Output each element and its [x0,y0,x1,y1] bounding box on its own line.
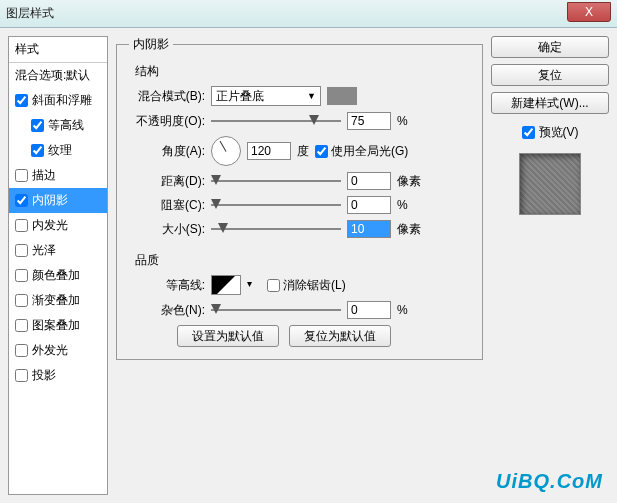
opacity-slider[interactable] [211,112,341,130]
preview-checkbox[interactable]: 预览(V) [491,124,609,141]
global-light-checkbox[interactable]: 使用全局光(G) [315,143,408,160]
style-item-label: 渐变叠加 [32,292,80,309]
inner-shadow-fieldset: 内阴影 结构 混合模式(B): 正片叠底 不透明度(O): % 角度(A): 度 [116,36,483,360]
global-light-input[interactable] [315,145,328,158]
opacity-input[interactable] [347,112,391,130]
titlebar: 图层样式 X [0,0,617,28]
opacity-row: 不透明度(O): % [129,112,470,130]
watermark: UiBQ.CoM [496,470,603,493]
angle-unit: 度 [297,143,309,160]
style-item-checkbox[interactable] [15,219,28,232]
window-title: 图层样式 [6,5,54,22]
panel-title: 内阴影 [129,36,173,53]
global-light-label: 使用全局光(G) [331,143,408,160]
style-item-label: 纹理 [48,142,72,159]
structure-title: 结构 [135,63,470,80]
angle-label: 角度(A): [129,143,205,160]
dialog-body: 样式 混合选项:默认 斜面和浮雕等高线纹理描边内阴影内发光光泽颜色叠加渐变叠加图… [0,28,617,503]
style-item-checkbox[interactable] [15,369,28,382]
style-item-checkbox[interactable] [15,244,28,257]
style-item-1[interactable]: 等高线 [9,113,107,138]
size-row: 大小(S): 像素 [129,220,470,238]
opacity-label: 不透明度(O): [129,113,205,130]
antialias-input[interactable] [267,279,280,292]
style-item-6[interactable]: 光泽 [9,238,107,263]
revert-default-button[interactable]: 复位为默认值 [289,325,391,347]
blend-mode-label: 混合模式(B): [129,88,205,105]
style-item-5[interactable]: 内发光 [9,213,107,238]
style-item-checkbox[interactable] [31,144,44,157]
reset-button[interactable]: 复位 [491,64,609,86]
antialias-checkbox[interactable]: 消除锯齿(L) [267,277,346,294]
distance-unit: 像素 [397,173,427,190]
style-item-7[interactable]: 颜色叠加 [9,263,107,288]
style-item-label: 外发光 [32,342,68,359]
style-item-checkbox[interactable] [15,319,28,332]
style-item-checkbox[interactable] [15,169,28,182]
size-slider[interactable] [211,220,341,238]
style-item-label: 内阴影 [32,192,68,209]
style-item-0[interactable]: 斜面和浮雕 [9,88,107,113]
style-item-checkbox[interactable] [15,294,28,307]
preview-input[interactable] [522,126,535,139]
size-label: 大小(S): [129,221,205,238]
ok-button[interactable]: 确定 [491,36,609,58]
choke-unit: % [397,198,427,212]
style-item-9[interactable]: 图案叠加 [9,313,107,338]
style-list: 样式 混合选项:默认 斜面和浮雕等高线纹理描边内阴影内发光光泽颜色叠加渐变叠加图… [8,36,108,495]
style-item-label: 投影 [32,367,56,384]
style-item-checkbox[interactable] [15,344,28,357]
contour-row: 等高线: 消除锯齿(L) [129,275,470,295]
noise-row: 杂色(N): % [129,301,470,319]
noise-input[interactable] [347,301,391,319]
style-item-label: 内发光 [32,217,68,234]
style-item-label: 图案叠加 [32,317,80,334]
style-item-label: 等高线 [48,117,84,134]
style-item-11[interactable]: 投影 [9,363,107,388]
angle-dial[interactable] [211,136,241,166]
choke-row: 阻塞(C): % [129,196,470,214]
style-item-10[interactable]: 外发光 [9,338,107,363]
distance-row: 距离(D): 像素 [129,172,470,190]
style-item-label: 斜面和浮雕 [32,92,92,109]
default-buttons-row: 设置为默认值 复位为默认值 [129,325,470,347]
choke-slider[interactable] [211,196,341,214]
size-unit: 像素 [397,221,427,238]
blend-mode-row: 混合模式(B): 正片叠底 [129,86,470,106]
close-button[interactable]: X [567,2,611,22]
right-panel: 确定 复位 新建样式(W)... 预览(V) [491,36,609,495]
style-item-4[interactable]: 内阴影 [9,188,107,213]
noise-unit: % [397,303,427,317]
noise-slider[interactable] [211,301,341,319]
style-item-checkbox[interactable] [15,94,28,107]
style-item-checkbox[interactable] [31,119,44,132]
distance-input[interactable] [347,172,391,190]
blend-defaults-row[interactable]: 混合选项:默认 [9,63,107,88]
size-input[interactable] [347,220,391,238]
style-item-2[interactable]: 纹理 [9,138,107,163]
opacity-unit: % [397,114,427,128]
antialias-label: 消除锯齿(L) [283,277,346,294]
style-item-label: 颜色叠加 [32,267,80,284]
preview-thumbnail [519,153,581,215]
blend-mode-dropdown[interactable]: 正片叠底 [211,86,321,106]
style-item-checkbox[interactable] [15,194,28,207]
new-style-button[interactable]: 新建样式(W)... [491,92,609,114]
contour-label: 等高线: [129,277,205,294]
style-item-8[interactable]: 渐变叠加 [9,288,107,313]
center-panel: 内阴影 结构 混合模式(B): 正片叠底 不透明度(O): % 角度(A): 度 [116,36,483,495]
distance-label: 距离(D): [129,173,205,190]
set-default-button[interactable]: 设置为默认值 [177,325,279,347]
angle-input[interactable] [247,142,291,160]
choke-input[interactable] [347,196,391,214]
style-item-label: 光泽 [32,242,56,259]
preview-label: 预览(V) [539,124,579,141]
style-item-3[interactable]: 描边 [9,163,107,188]
distance-slider[interactable] [211,172,341,190]
style-list-header: 样式 [9,37,107,63]
contour-picker[interactable] [211,275,241,295]
noise-label: 杂色(N): [129,302,205,319]
shadow-color-swatch[interactable] [327,87,357,105]
style-item-checkbox[interactable] [15,269,28,282]
style-item-label: 描边 [32,167,56,184]
